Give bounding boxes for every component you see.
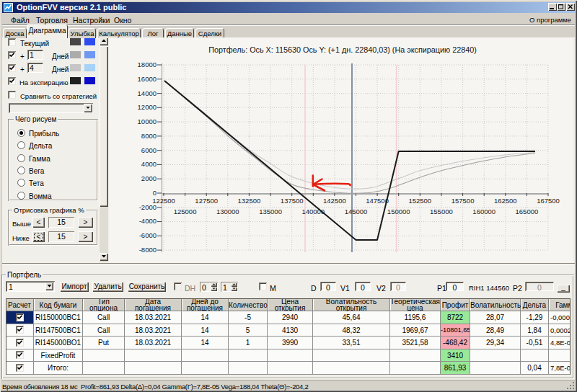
- svg-text:122500: 122500: [152, 197, 175, 205]
- svg-text:135000: 135000: [259, 208, 282, 215]
- svg-text:-8000: -8000: [139, 246, 157, 254]
- svg-text:10000: 10000: [138, 117, 157, 125]
- svg-text:16000: 16000: [138, 75, 157, 83]
- svg-text:145000: 145000: [345, 208, 368, 215]
- svg-text:137500: 137500: [281, 197, 304, 205]
- svg-text:127500: 127500: [195, 197, 218, 205]
- svg-text:0: 0: [153, 189, 157, 197]
- svg-text:130000: 130000: [216, 208, 239, 215]
- svg-text:155000: 155000: [430, 208, 453, 215]
- svg-text:157500: 157500: [452, 197, 475, 205]
- svg-text:152500: 152500: [408, 197, 431, 205]
- svg-text:4000: 4000: [141, 160, 157, 168]
- svg-text:165000: 165000: [516, 208, 539, 215]
- svg-text:142500: 142500: [323, 197, 346, 205]
- svg-text:147500: 147500: [366, 197, 389, 205]
- svg-text:18000: 18000: [138, 61, 157, 68]
- svg-text:Портфель: Ось X: 115630 Ось: Портфель: Ось X: 115630 Ось Y: (+1 дн. 2…: [208, 45, 477, 54]
- svg-text:-6000: -6000: [139, 231, 157, 239]
- svg-text:14000: 14000: [138, 89, 157, 97]
- svg-text:150000: 150000: [387, 208, 410, 215]
- svg-text:6000: 6000: [141, 146, 157, 154]
- svg-text:8000: 8000: [141, 132, 157, 140]
- svg-text:160000: 160000: [472, 208, 495, 215]
- svg-text:167500: 167500: [537, 197, 560, 205]
- svg-text:162500: 162500: [494, 197, 517, 205]
- svg-text:132500: 132500: [238, 197, 261, 205]
- svg-text:12000: 12000: [138, 103, 157, 111]
- svg-text:-4000: -4000: [139, 217, 157, 225]
- svg-text:125000: 125000: [174, 208, 197, 215]
- svg-text:2000: 2000: [141, 174, 157, 182]
